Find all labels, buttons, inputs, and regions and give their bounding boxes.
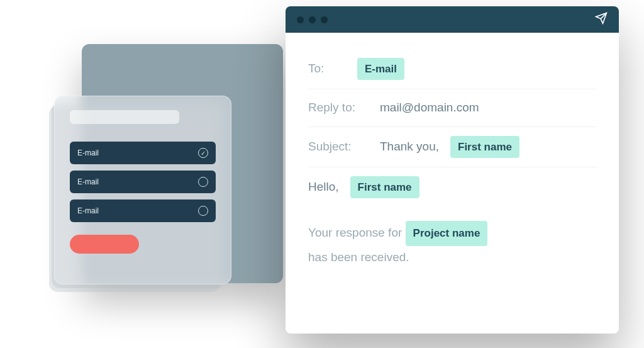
body-after: has been received.	[308, 250, 409, 264]
to-field: To: E-mail	[308, 49, 596, 89]
traffic-light-dot	[309, 16, 316, 23]
option-row-email[interactable]: E-mail	[70, 199, 216, 222]
subject-prefix: Thank you,	[380, 137, 439, 156]
form-selection-card: E-mail E-mail E-mail	[54, 96, 231, 284]
radio-unchecked-icon	[198, 177, 208, 187]
subject-chip[interactable]: First name	[450, 136, 519, 158]
reply-to-field: Reply to: mail@domain.com	[308, 89, 596, 126]
radio-checked-icon	[198, 148, 208, 158]
reply-to-label: Reply to:	[308, 98, 369, 117]
subject-label: Subject:	[308, 137, 369, 156]
traffic-light-dot	[297, 16, 304, 23]
option-label: E-mail	[77, 177, 99, 186]
subject-field: Subject: Thank you, First name	[308, 127, 596, 167]
window-titlebar	[286, 6, 619, 33]
greeting-chip[interactable]: First name	[350, 176, 419, 198]
send-icon[interactable]	[595, 12, 608, 27]
option-label: E-mail	[77, 149, 99, 157]
traffic-lights	[297, 16, 328, 23]
greeting-line: Hello, First name	[308, 167, 596, 207]
reply-to-value[interactable]: mail@domain.com	[380, 98, 479, 117]
radio-unchecked-icon	[198, 206, 208, 216]
greeting-text: Hello,	[308, 177, 339, 196]
to-label: To:	[308, 59, 346, 78]
to-chip[interactable]: E-mail	[357, 58, 404, 80]
input-placeholder[interactable]	[70, 110, 179, 124]
submit-button[interactable]	[70, 235, 139, 254]
option-label: E-mail	[77, 206, 99, 215]
email-body-text: Your response for Project name has been …	[308, 221, 596, 269]
body-chip[interactable]: Project name	[406, 221, 488, 246]
email-composer-window: To: E-mail Reply to: mail@domain.com Sub…	[286, 6, 619, 334]
option-row-email[interactable]: E-mail	[70, 142, 216, 164]
email-body: To: E-mail Reply to: mail@domain.com Sub…	[286, 33, 619, 334]
traffic-light-dot	[321, 16, 328, 23]
option-row-email[interactable]: E-mail	[70, 171, 216, 193]
body-before: Your response for	[308, 226, 402, 239]
